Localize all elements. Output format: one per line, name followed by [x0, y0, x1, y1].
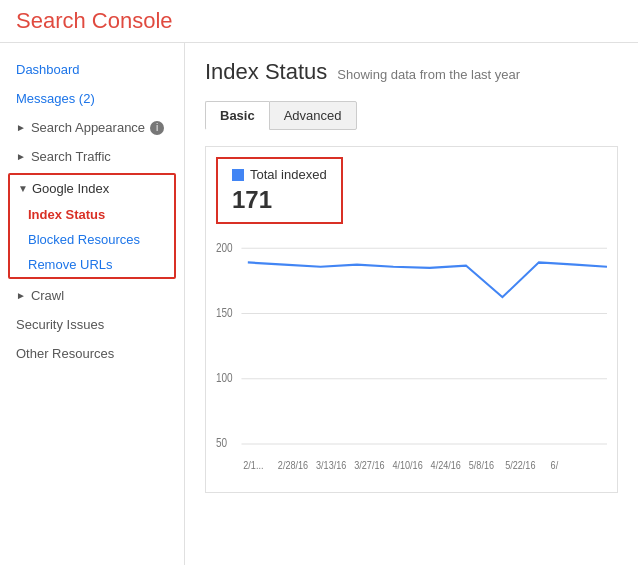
svg-text:5/22/16: 5/22/16: [505, 459, 536, 471]
sidebar-google-index-section: ▼ Google Index Index Status Blocked Reso…: [8, 173, 176, 279]
sidebar-item-messages[interactable]: Messages (2): [0, 84, 184, 113]
svg-text:4/24/16: 4/24/16: [431, 459, 462, 471]
sidebar-item-blocked-resources[interactable]: Blocked Resources: [10, 227, 174, 252]
chevron-right-icon: ►: [16, 122, 26, 133]
sidebar-item-search-traffic[interactable]: ► Search Traffic: [0, 142, 184, 171]
svg-text:150: 150: [216, 306, 233, 319]
svg-text:2/28/16: 2/28/16: [278, 459, 309, 471]
tab-basic[interactable]: Basic: [205, 101, 269, 130]
page-title-row: Index Status Showing data from the last …: [205, 59, 618, 85]
tab-row: Basic Advanced: [205, 101, 618, 130]
sidebar-item-search-appearance[interactable]: ► Search Appearance i: [0, 113, 184, 142]
svg-text:200: 200: [216, 241, 233, 254]
app-title: Search Console: [16, 8, 173, 33]
chart-area: Total indexed 171 200 150 100 50: [205, 146, 618, 493]
index-chart: 200 150 100 50 2/1... 2/28/16 3/13/16 3: [216, 232, 607, 482]
svg-text:50: 50: [216, 436, 227, 449]
page-subtitle: Showing data from the last year: [337, 67, 520, 82]
sidebar-item-crawl[interactable]: ► Crawl: [0, 281, 184, 310]
page-title: Index Status: [205, 59, 327, 85]
chevron-right-icon: ►: [16, 290, 26, 301]
sidebar-item-google-index[interactable]: ▼ Google Index: [10, 175, 174, 202]
chevron-down-icon: ▼: [18, 183, 28, 194]
svg-text:4/10/16: 4/10/16: [392, 459, 423, 471]
svg-text:3/13/16: 3/13/16: [316, 459, 347, 471]
chart-container: 200 150 100 50 2/1... 2/28/16 3/13/16 3: [216, 232, 607, 482]
svg-text:2/1...: 2/1...: [243, 459, 263, 471]
tab-advanced[interactable]: Advanced: [269, 101, 357, 130]
main-layout: Dashboard Messages (2) ► Search Appearan…: [0, 43, 638, 565]
sidebar-item-remove-urls[interactable]: Remove URLs: [10, 252, 174, 277]
header: Search Console: [0, 0, 638, 43]
legend-color-swatch: [232, 169, 244, 181]
svg-text:100: 100: [216, 371, 233, 384]
sidebar-item-security-issues[interactable]: Security Issues: [0, 310, 184, 339]
sidebar: Dashboard Messages (2) ► Search Appearan…: [0, 43, 185, 565]
chevron-right-icon: ►: [16, 151, 26, 162]
main-content: Index Status Showing data from the last …: [185, 43, 638, 565]
sidebar-item-other-resources[interactable]: Other Resources: [0, 339, 184, 368]
svg-text:6/: 6/: [551, 459, 559, 471]
legend-box: Total indexed 171: [216, 157, 343, 224]
svg-text:3/27/16: 3/27/16: [354, 459, 385, 471]
info-icon[interactable]: i: [150, 121, 164, 135]
sidebar-item-dashboard[interactable]: Dashboard: [0, 55, 184, 84]
legend-label: Total indexed: [250, 167, 327, 182]
legend-item: Total indexed: [232, 167, 327, 182]
svg-text:5/8/16: 5/8/16: [469, 459, 495, 471]
legend-value: 171: [232, 186, 327, 214]
sidebar-item-index-status[interactable]: Index Status: [10, 202, 174, 227]
